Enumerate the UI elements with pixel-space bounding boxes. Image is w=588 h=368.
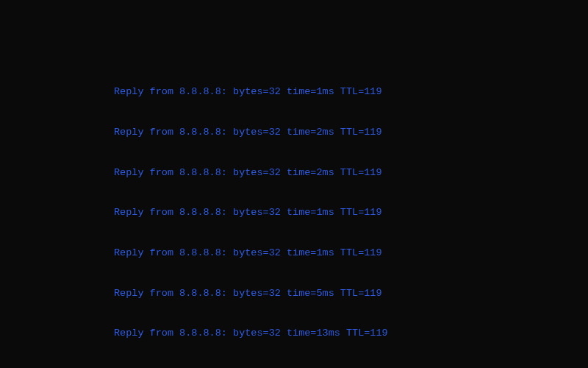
ping-reply-line: Reply from 8.8.8.8: bytes=32 time=1ms TT… <box>114 206 507 219</box>
ping-reply-line: Reply from 8.8.8.8: bytes=32 time=2ms TT… <box>114 126 507 139</box>
terminal-output: Reply from 8.8.8.8: bytes=32 time=1ms TT… <box>114 59 507 368</box>
ping-reply-line: Reply from 8.8.8.8: bytes=32 time=2ms TT… <box>114 166 507 180</box>
ping-reply-line: Reply from 8.8.8.8: bytes=32 time=13ms T… <box>114 327 507 340</box>
ping-reply-line: Reply from 8.8.8.8: bytes=32 time=5ms TT… <box>114 287 507 300</box>
ping-reply-line: Reply from 8.8.8.8: bytes=32 time=1ms TT… <box>114 85 507 99</box>
ping-reply-line: Reply from 8.8.8.8: bytes=32 time=1ms TT… <box>114 247 507 260</box>
